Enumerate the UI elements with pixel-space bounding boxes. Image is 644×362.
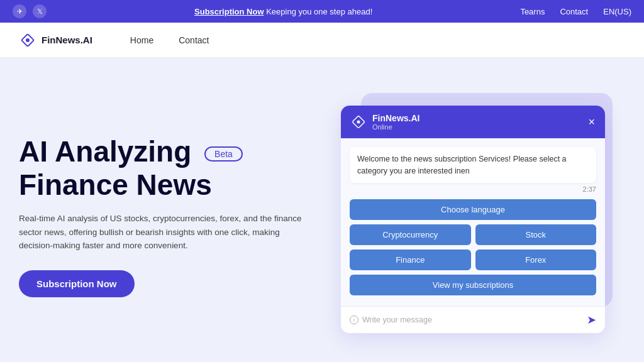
chat-send-button[interactable]: ➤ [587,313,596,327]
nav-home[interactable]: Home [130,35,153,45]
hero-title-line1: AI Analyzing [19,135,191,168]
chat-category-row-1: Cryptocurrency Stock [350,224,596,245]
banner-tearns-link[interactable]: Tearns [520,7,545,16]
svg-point-3 [357,120,360,123]
hero-title-line2: Finance News [19,168,212,201]
beta-badge: Beta [204,146,243,162]
chat-header-left: FinNews.AI Online [351,113,419,131]
chat-choose-language-btn[interactable]: Choose language [350,199,596,220]
chat-input-placeholder-text: Write your message [362,315,432,324]
chat-logo-icon [351,114,366,129]
banner-center: Subscription Now Keeping you one step ah… [47,7,520,16]
chat-stock-btn[interactable]: Stock [475,224,597,245]
svg-point-1 [26,38,30,42]
chat-header: FinNews.AI Online × [341,106,605,138]
chat-cryptocurrency-btn[interactable]: Cryptocurrency [350,224,471,245]
logo-text: FinNews.AI [42,35,92,45]
chat-finance-btn[interactable]: Finance [350,250,471,270]
chat-input-area[interactable]: i Write your message [350,315,582,324]
top-banner: ✈ 𝕏 Subscription Now Keeping you one ste… [0,0,644,23]
subscription-now-link[interactable]: Subscription Now [194,7,264,16]
banner-contact-link[interactable]: Contact [560,7,588,16]
telegram-icon[interactable]: ✈ [13,4,26,18]
subscription-now-button[interactable]: Subscription Now [19,270,135,297]
hero-title: AI Analyzing Beta Finance News [19,135,321,202]
chat-close-button[interactable]: × [588,116,595,128]
banner-tagline: Keeping you one step ahead! [266,7,372,16]
hero-right: FinNews.AI Online × Welcome to the news … [321,99,625,334]
twitter-icon[interactable]: 𝕏 [33,4,47,18]
chat-welcome-message: Welcome to the news subscription Service… [350,147,596,184]
chat-online-status: Online [372,123,419,131]
chat-widget: FinNews.AI Online × Welcome to the news … [341,106,605,334]
logo: FinNews.AI [19,31,92,49]
navbar: FinNews.AI Home Contact [0,23,644,58]
chat-message-time: 2:37 [350,185,596,193]
banner-lang-link[interactable]: EN(US) [603,7,631,16]
chat-info-icon: i [350,315,358,324]
banner-nav: Tearns Contact EN(US) [520,7,631,16]
chat-title: FinNews.AI [372,113,419,123]
logo-icon [19,31,36,49]
chat-forex-btn[interactable]: Forex [475,250,597,270]
nav-contact[interactable]: Contact [179,35,209,45]
chat-title-group: FinNews.AI Online [372,113,419,131]
hero-description: Real-time AI analysis of US stocks, cryp… [19,212,308,253]
banner-social: ✈ 𝕏 [13,4,47,18]
hero-section: AI Analyzing Beta Finance News Real-time… [0,58,644,362]
nav-links: Home Contact [130,35,209,45]
hero-left: AI Analyzing Beta Finance News Real-time… [19,135,321,297]
chat-footer: i Write your message ➤ [341,306,605,333]
chat-category-row-2: Finance Forex [350,250,596,270]
chat-view-subscriptions-btn[interactable]: View my subscriptions [350,275,596,295]
chat-body: Welcome to the news subscription Service… [341,138,605,307]
